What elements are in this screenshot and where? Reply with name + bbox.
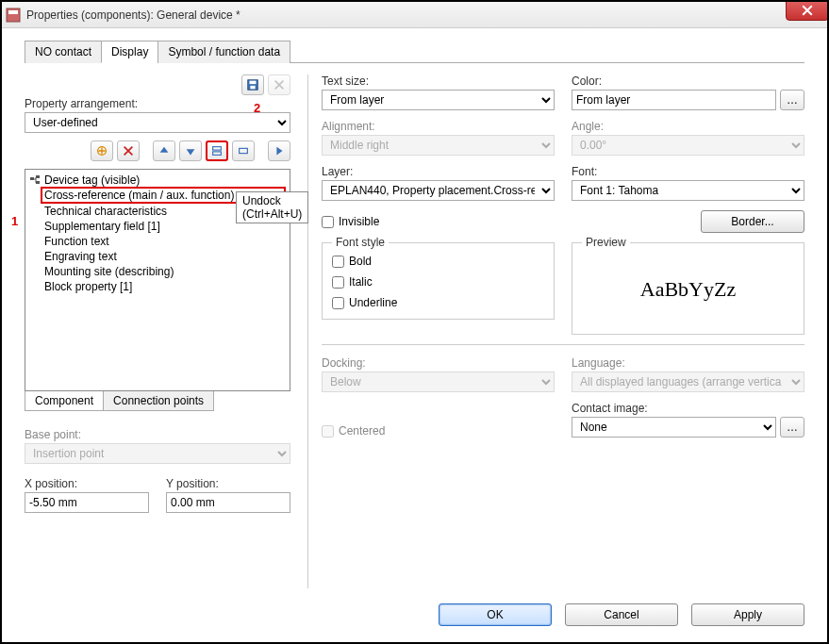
language-select: All displayed languages (arrange vertica <box>572 372 804 392</box>
svg-rect-6 <box>213 147 222 151</box>
svg-rect-9 <box>30 177 34 180</box>
subtab-component[interactable]: Component <box>25 391 104 411</box>
color-picker-button[interactable]: … <box>780 90 804 110</box>
bold-checkbox[interactable]: Bold <box>332 255 544 268</box>
textsize-select[interactable]: From layer <box>322 90 555 110</box>
font-select[interactable]: Font 1: Tahoma <box>572 180 804 201</box>
delete-icon-button <box>268 74 290 95</box>
left-panel: 1 2 Property arrangement: User-defined <box>25 74 290 588</box>
alignment-label: Alignment: <box>322 120 555 133</box>
save-icon-button[interactable] <box>241 74 264 95</box>
color-label: Color: <box>572 74 804 88</box>
tree-icon <box>29 174 41 186</box>
xpos-label: X position: <box>25 477 149 490</box>
underline-checkbox[interactable]: Underline <box>332 296 544 309</box>
invisible-checkbox[interactable]: Invisible <box>322 215 555 228</box>
xpos-input[interactable] <box>25 492 149 513</box>
dock-icon-button[interactable] <box>232 140 255 161</box>
window-title: Properties (components): General device … <box>26 8 823 22</box>
list-item[interactable]: Function text <box>42 234 286 249</box>
move-up-icon-button[interactable] <box>153 140 175 161</box>
border-button[interactable]: Border... <box>701 210 804 233</box>
undock-tooltip: Undock (Ctrl+Alt+U) <box>236 191 308 223</box>
fontstyle-legend: Font style <box>332 236 389 249</box>
cancel-button[interactable]: Cancel <box>565 603 678 626</box>
svg-rect-3 <box>250 81 257 85</box>
italic-checkbox[interactable]: Italic <box>332 275 544 289</box>
layer-label: Layer: <box>322 165 555 178</box>
ellipsis-icon: … <box>787 421 798 434</box>
svg-rect-10 <box>36 175 40 178</box>
svg-rect-7 <box>213 152 222 156</box>
right-panel: Text size: From layer Color: … Alignment… <box>307 74 804 588</box>
property-arrangement-label: Property arrangement: <box>25 97 290 110</box>
basepoint-label: Base point: <box>25 428 290 441</box>
main-tab-row: NO contact Display Symbol / function dat… <box>25 40 804 63</box>
undock-icon-button[interactable] <box>206 140 228 161</box>
svg-rect-8 <box>240 148 248 153</box>
textsize-label: Text size: <box>322 74 555 88</box>
contactimage-more-button[interactable]: … <box>780 417 804 438</box>
close-button[interactable] <box>786 0 829 21</box>
invisible-label: Invisible <box>339 215 379 228</box>
annotation-1: 1 <box>11 214 18 228</box>
remove-icon-button[interactable] <box>117 140 140 161</box>
apply-button[interactable]: Apply <box>691 603 804 626</box>
preview-fieldset: Preview AaBbYyZz <box>572 242 804 335</box>
move-down-icon-button[interactable] <box>179 140 202 161</box>
ok-button[interactable]: OK <box>439 603 552 626</box>
centered-checkbox: Centered <box>322 424 555 438</box>
preview-text: AaBbYyZz <box>582 255 794 324</box>
angle-select: 0.00° <box>572 135 804 156</box>
layer-select[interactable]: EPLAN440, Property placement.Cross-re <box>322 180 555 201</box>
tab-no-contact[interactable]: NO contact <box>25 41 102 63</box>
app-icon <box>6 8 21 23</box>
alignment-select: Middle right <box>322 135 555 156</box>
sub-tab-row: Component Connection points <box>25 391 290 411</box>
invisible-checkbox-input[interactable] <box>322 216 334 228</box>
list-item[interactable]: Block property [1] <box>42 279 286 294</box>
angle-label: Angle: <box>572 120 804 133</box>
list-item[interactable]: Engraving text <box>42 249 286 264</box>
property-arrangement-select[interactable]: User-defined <box>25 112 290 133</box>
preview-legend: Preview <box>582 236 630 249</box>
annotation-2: 2 <box>254 101 260 115</box>
ypos-label: Y position: <box>166 477 290 490</box>
ypos-input[interactable] <box>166 492 290 513</box>
list-root-label: Device tag (visible) <box>44 173 140 187</box>
font-label: Font: <box>572 165 804 178</box>
svg-rect-11 <box>36 181 40 184</box>
basepoint-select: Insertion point <box>25 443 290 464</box>
title-bar: Properties (components): General device … <box>2 2 827 28</box>
docking-label: Docking: <box>322 356 555 370</box>
list-item[interactable]: Mounting site (describing) <box>42 264 286 279</box>
play-icon-button[interactable] <box>268 140 290 161</box>
list-root[interactable]: Device tag (visible) <box>29 173 286 187</box>
ellipsis-icon: … <box>787 93 798 107</box>
contactimage-label: Contact image: <box>572 402 804 415</box>
subtab-connection-points[interactable]: Connection points <box>103 391 214 411</box>
docking-select: Below <box>322 372 555 392</box>
dialog-button-row: OK Cancel Apply <box>25 603 804 626</box>
tab-display[interactable]: Display <box>101 41 158 63</box>
fontstyle-fieldset: Font style Bold Italic Underline <box>322 242 555 320</box>
tab-symbol-function[interactable]: Symbol / function data <box>158 41 290 63</box>
contactimage-select[interactable]: None <box>572 417 776 438</box>
svg-rect-4 <box>250 86 255 90</box>
new-icon-button[interactable] <box>91 140 113 161</box>
svg-rect-1 <box>8 10 18 14</box>
language-label: Language: <box>572 356 804 370</box>
color-input[interactable] <box>572 90 776 110</box>
